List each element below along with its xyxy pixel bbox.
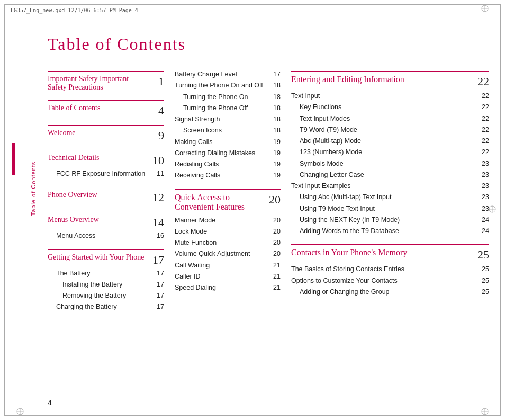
- divider-welcome: [48, 125, 164, 126]
- section-getting-started: Getting Started with Your Phone 17 The B…: [48, 249, 164, 313]
- reg-mark-top-right: [481, 4, 489, 13]
- entry-using-abc: Using Abc (Multi-tap) Text Input 23: [291, 192, 489, 203]
- col2-top-entries: Battery Charge Level 17 Turning the Phon…: [175, 69, 281, 182]
- entry-symbols-mode: Symbols Mode 23: [291, 158, 489, 169]
- entry-making-calls: Making Calls 19: [175, 137, 281, 148]
- page-title: Table of Contents: [48, 34, 186, 54]
- section-toc: Table of Contents 4: [48, 100, 164, 118]
- entry-mute-function: Mute Function 20: [175, 237, 281, 248]
- reg-mark-bottom-right: [481, 407, 489, 416]
- entry-screen-icons: Screen Icons 18: [175, 125, 281, 136]
- page-menus-overview: 14: [152, 216, 164, 229]
- entry-fcc: FCC RF Exposure Information 11: [48, 168, 164, 180]
- entry-redialing: Redialing Calls 19: [175, 159, 281, 170]
- title-contacts: Contacts in Your Phone's Memory: [291, 248, 407, 257]
- title-entering-editing: Entering and Editing Information: [291, 75, 404, 84]
- entry-adding-words-t9: Adding Words to the T9 Database 24: [291, 226, 489, 237]
- title-welcome: Welcome: [48, 129, 76, 137]
- entry-speed-dialing: Speed Dialing 21: [175, 282, 281, 293]
- section-quick-access: Quick Access to Convenient Features 20 M…: [175, 189, 281, 294]
- page-number: 4: [48, 398, 52, 407]
- entry-manner-mode: Manner Mode 20: [175, 215, 281, 226]
- page-toc: 4: [158, 104, 164, 118]
- reg-mark-bottom-left: [16, 407, 24, 416]
- side-bar-decoration: [12, 143, 15, 175]
- divider-safety: [48, 71, 164, 72]
- entry-options-contacts: Options to Customize Your Contacts 25: [291, 275, 489, 287]
- title-technical: Technical Details: [48, 154, 99, 162]
- entry-volume-adjustment: Volume Quick Adjustment 20: [175, 248, 281, 260]
- section-contacts: Contacts in Your Phone's Memory 25 The B…: [291, 244, 489, 298]
- column-3: Entering and Editing Information 22 Text…: [291, 69, 489, 394]
- entry-text-input-examples: Text Input Examples 23: [291, 181, 489, 192]
- reg-mark-mid-right: [488, 205, 497, 213]
- entry-receiving-calls: Receiving Calls 19: [175, 170, 281, 181]
- page-getting-started: 17: [152, 253, 164, 267]
- entry-using-t9: Using T9 Mode Text Input 23: [291, 203, 489, 215]
- divider-technical: [48, 150, 164, 150]
- section-phone-overview: Phone Overview 12: [48, 187, 164, 204]
- section-menus-overview: Menus Overview 14 Menu Access 16: [48, 212, 164, 242]
- entry-turning-on: Turning the Phone On 18: [175, 92, 281, 103]
- entry-battery: The Battery 17: [48, 268, 164, 279]
- entry-turning-off: Turning the Phone Off 18: [175, 103, 281, 114]
- entry-text-input: Text Input 22: [291, 91, 489, 102]
- page-phone-overview: 12: [152, 191, 164, 204]
- entry-123-mode: 123 (Numbers) Mode 22: [291, 147, 489, 158]
- entry-using-next-key: Using the NEXT Key (In T9 Mode) 24: [291, 215, 489, 226]
- page-welcome: 9: [158, 129, 164, 142]
- entry-turning-on-off: Turning the Phone On and Off 18: [175, 80, 281, 91]
- divider-getting-started: [48, 249, 164, 250]
- entry-signal-strength: Signal Strength 18: [175, 114, 281, 125]
- entry-installing-battery: Installing the Battery 17: [48, 279, 164, 290]
- title-getting-started: Getting Started with Your Phone: [48, 253, 144, 262]
- entry-battery-charge: Battery Charge Level 17: [175, 69, 281, 80]
- title-phone-overview: Phone Overview: [48, 191, 97, 199]
- section-important-safety: Important Safety ImportantSafety Precaut…: [48, 71, 164, 93]
- entry-basics-contacts: The Basics of Storing Contacts Entries 2…: [291, 264, 489, 275]
- section-welcome: Welcome 9: [48, 125, 164, 142]
- entry-correcting-dialing: Correcting Dialing Mistakes 19: [175, 148, 281, 159]
- divider-quick-access: [175, 189, 281, 190]
- column-2: Battery Charge Level 17 Turning the Phon…: [175, 69, 291, 394]
- page-important-safety: 1: [158, 75, 164, 88]
- entry-text-input-modes: Text Input Modes 22: [291, 113, 489, 124]
- entry-removing-battery: Removing the Battery 17: [48, 290, 164, 301]
- divider-toc: [48, 100, 164, 101]
- page-entering-editing: 22: [477, 75, 489, 88]
- column-1: Important Safety ImportantSafety Precaut…: [48, 69, 175, 394]
- page-technical: 10: [152, 154, 164, 167]
- entry-key-functions: Key Functions 22: [291, 102, 489, 113]
- entry-call-waiting: Call Waiting 21: [175, 260, 281, 271]
- entry-caller-id: Caller ID 21: [175, 271, 281, 282]
- entry-abc-mode: Abc (Multi-tap) Mode 22: [291, 136, 489, 147]
- entry-lock-mode: Lock Mode 20: [175, 226, 281, 237]
- section-entering-editing: Entering and Editing Information 22 Text…: [291, 71, 489, 237]
- content-area: Important Safety ImportantSafety Precaut…: [48, 69, 489, 394]
- divider-contacts: [291, 244, 489, 245]
- title-toc: Table of Contents: [48, 104, 100, 112]
- side-label: Table of Contents: [30, 162, 37, 216]
- entry-t9-mode: T9 Word (T9) Mode 22: [291, 124, 489, 136]
- title-menus-overview: Menus Overview: [48, 216, 99, 224]
- entry-adding-group: Adding or Changing the Group 25: [291, 287, 489, 298]
- title-important-safety: Important Safety ImportantSafety Precaut…: [48, 75, 129, 92]
- divider-entering: [291, 71, 489, 72]
- page-quick-access: 20: [269, 193, 281, 207]
- file-info: LG357_Eng_new.qxd 12/1/06 6:57 PM Page 4: [11, 7, 138, 13]
- divider-menus-overview: [48, 212, 164, 212]
- entry-changing-letter-case: Changing Letter Case 23: [291, 169, 489, 181]
- entry-menu-access: Menu Access 16: [48, 230, 164, 242]
- divider-phone-overview: [48, 187, 164, 187]
- page-contacts: 25: [477, 248, 489, 262]
- title-quick-access: Quick Access to Convenient Features: [175, 193, 269, 212]
- entry-charging-battery: Charging the Battery 17: [48, 301, 164, 312]
- section-technical: Technical Details 10 FCC RF Exposure Inf…: [48, 150, 164, 180]
